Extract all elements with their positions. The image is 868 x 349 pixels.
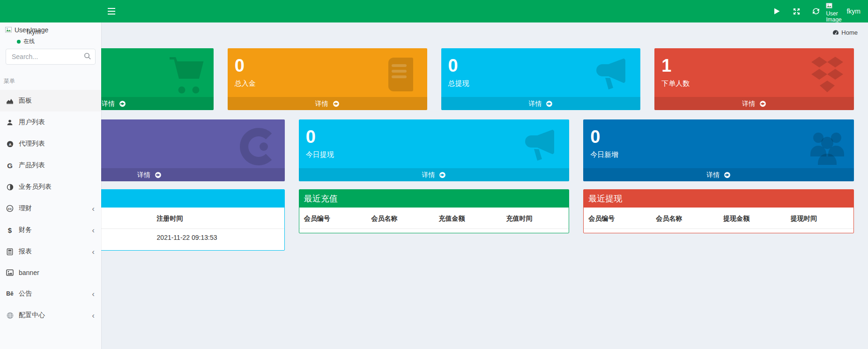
column-header: 会员名称 bbox=[651, 208, 719, 229]
globe-icon bbox=[4, 312, 16, 319]
stat-value: 0 bbox=[590, 127, 849, 147]
table-header-row: 会员编号 会员名称 充值金额 充值时间 bbox=[299, 208, 569, 229]
menu-header: 菜单 bbox=[0, 69, 101, 88]
sidebar: User Image fkym 在线 菜单 面板 用户列表 bbox=[0, 22, 101, 349]
search-icon[interactable] bbox=[83, 52, 92, 61]
stat-label: 下单人数 bbox=[661, 79, 849, 88]
stat-box-total-withdraw: 0 总提现 详情 bbox=[441, 48, 641, 110]
table-row: 称 注册时间 t 2021-11-22 09:13:53 bbox=[14, 189, 854, 251]
chevron-left-icon: ‹ bbox=[92, 226, 95, 234]
breadcrumb[interactable]: Home bbox=[832, 29, 858, 36]
box-title: 最近提现 bbox=[584, 190, 853, 208]
search-input[interactable] bbox=[6, 49, 96, 65]
google-g-icon: G bbox=[4, 162, 16, 170]
sidebar-toggle-button[interactable] bbox=[101, 0, 122, 22]
sidebar-item-reports[interactable]: 报表 ‹ bbox=[0, 241, 101, 262]
sidebar-menu: 面板 用户列表 A 代理列表 G 产品列表 业务员列表 cc 理财 ‹ bbox=[0, 90, 101, 326]
adjust-icon bbox=[4, 184, 16, 191]
stat-box-today-new: 0 今日新增 详情 bbox=[583, 119, 854, 181]
sidebar-item-dashboard[interactable]: 面板 bbox=[0, 90, 101, 111]
sidebar-item-agents[interactable]: A 代理列表 bbox=[0, 133, 101, 155]
sidebar-item-products[interactable]: G 产品列表 bbox=[0, 155, 101, 176]
column-header: 会员名称 bbox=[367, 208, 434, 229]
dashboard-icon bbox=[832, 30, 839, 36]
chevron-left-icon: ‹ bbox=[92, 312, 95, 319]
navbar-right: User Image fkym bbox=[767, 0, 868, 22]
cc-icon: cc bbox=[4, 205, 16, 212]
sidebar-item-config-center[interactable]: 配置中心 ‹ bbox=[0, 304, 101, 326]
column-header: 会员编号 bbox=[584, 208, 651, 229]
column-header: 提现金额 bbox=[719, 208, 786, 229]
sidebar-user-panel: User Image fkym 在线 bbox=[0, 22, 101, 45]
details-link[interactable]: 详情 bbox=[654, 97, 854, 110]
stat-row-2: 详情 0 今日提现 详情 0 bbox=[14, 119, 854, 181]
sidebar-search bbox=[6, 49, 96, 65]
dollar-icon: $ bbox=[4, 226, 16, 234]
content-header: Home bbox=[0, 22, 868, 48]
column-header: 会员编号 bbox=[299, 208, 367, 229]
broken-image-icon bbox=[5, 26, 13, 34]
play-icon[interactable] bbox=[767, 0, 786, 22]
sidebar-item-announcements[interactable]: Bē 公告 ‹ bbox=[0, 283, 101, 304]
stat-box-order-users: 1 下单人数 详情 bbox=[654, 48, 854, 110]
fullscreen-icon[interactable] bbox=[786, 0, 806, 22]
table-cell: 2021-11-22 09:13:53 bbox=[152, 229, 284, 246]
adn-icon: A bbox=[4, 141, 16, 148]
broken-image-icon bbox=[826, 2, 833, 9]
navbar-user-image-alt: User Image bbox=[826, 11, 845, 23]
stat-label: 总提现 bbox=[448, 79, 636, 88]
refresh-icon[interactable] bbox=[806, 0, 826, 22]
breadcrumb-home[interactable]: Home bbox=[841, 29, 858, 36]
top-navbar: User Image fkym bbox=[0, 0, 868, 22]
sidebar-item-salesmen[interactable]: 业务员列表 bbox=[0, 176, 101, 198]
user-icon bbox=[4, 119, 16, 126]
svg-text:A: A bbox=[8, 142, 11, 146]
area-chart-icon bbox=[4, 97, 16, 104]
column-header: 提现时间 bbox=[786, 208, 853, 229]
image-icon bbox=[4, 269, 16, 276]
admin-dashboard: User Image fkym User Image fkym 在线 菜单 bbox=[0, 0, 868, 349]
stat-value: 0 bbox=[235, 56, 423, 75]
stat-value: 0 bbox=[448, 56, 636, 75]
details-link[interactable]: 详情 bbox=[299, 168, 570, 181]
sidebar-username: fkym bbox=[27, 28, 41, 36]
sidebar-item-finance[interactable]: cc 理财 ‹ bbox=[0, 198, 101, 219]
stat-box-total-deposit: 0 总入金 详情 bbox=[228, 48, 427, 110]
sidebar-item-banner[interactable]: banner bbox=[0, 262, 101, 283]
recent-recharge-table: 会员编号 会员名称 充值金额 充值时间 bbox=[299, 208, 569, 229]
recent-withdraw-table: 会员编号 会员名称 提现金额 提现时间 bbox=[584, 208, 853, 229]
stat-box-today-withdraw: 0 今日提现 详情 bbox=[299, 119, 570, 181]
stat-label: 今日提现 bbox=[306, 150, 565, 159]
online-status[interactable]: 在线 bbox=[17, 37, 96, 45]
details-link[interactable]: 详情 bbox=[583, 168, 854, 181]
details-link[interactable]: 详情 bbox=[441, 97, 641, 110]
details-link[interactable]: 详情 bbox=[228, 97, 427, 110]
sidebar-item-accounting[interactable]: $ 财务 ‹ bbox=[0, 219, 101, 241]
svg-text:cc: cc bbox=[8, 207, 12, 211]
column-header: 充值时间 bbox=[501, 208, 569, 229]
chevron-left-icon: ‹ bbox=[92, 248, 95, 256]
navbar-username[interactable]: fkym bbox=[846, 0, 865, 22]
column-header: 充值金额 bbox=[434, 208, 501, 229]
stat-label: 总入金 bbox=[235, 79, 423, 88]
stat-value: 0 bbox=[306, 127, 565, 147]
recent-recharge-box: 最近充值 会员编号 会员名称 充值金额 充值时间 bbox=[299, 189, 570, 233]
sidebar-item-users[interactable]: 用户列表 bbox=[0, 111, 101, 133]
chevron-left-icon: ‹ bbox=[92, 290, 95, 298]
chevron-left-icon: ‹ bbox=[92, 205, 95, 213]
online-dot-icon bbox=[17, 40, 21, 44]
behance-icon: Bē bbox=[4, 290, 16, 297]
table-header-row: 会员编号 会员名称 提现金额 提现时间 bbox=[584, 208, 853, 229]
column-header: 注册时间 bbox=[152, 208, 284, 229]
stat-value: 1 bbox=[661, 56, 849, 75]
navbar-user-menu[interactable]: User Image bbox=[826, 0, 846, 22]
box-title: 最近充值 bbox=[299, 190, 569, 208]
content-area: Home 详情 0 总入金 bbox=[0, 22, 868, 349]
stat-row-1: 详情 0 总入金 详情 0 总 bbox=[14, 48, 854, 110]
calculator-icon bbox=[4, 248, 16, 255]
stat-label: 今日新增 bbox=[590, 150, 849, 159]
recent-withdraw-box: 最近提现 会员编号 会员名称 提现金额 提现时间 bbox=[583, 189, 854, 233]
